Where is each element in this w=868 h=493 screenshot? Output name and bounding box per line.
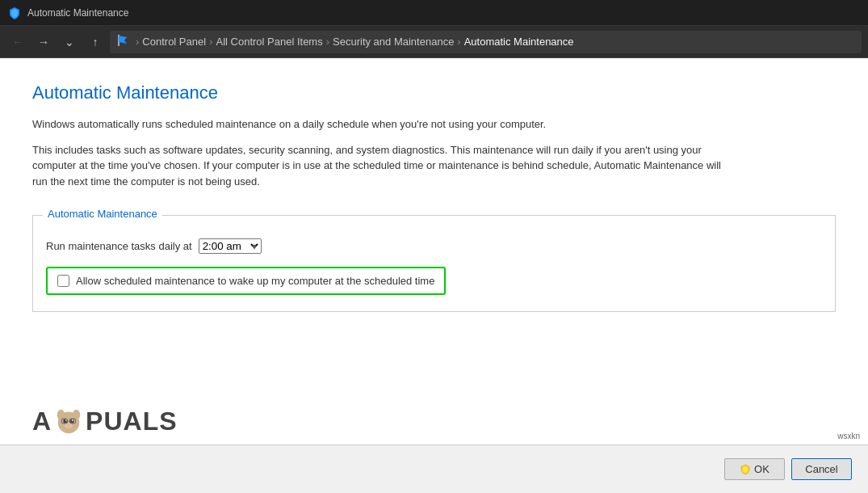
watermark-a: A (32, 407, 52, 436)
watermark-puals: PUALS (86, 407, 177, 436)
title-bar: Automatic Maintenance (0, 0, 868, 26)
path-sep-0: › (136, 36, 139, 48)
breadcrumb-control-panel[interactable]: Control Panel (142, 36, 206, 48)
wake-checkbox-label: Allow scheduled maintenance to wake up m… (76, 275, 434, 287)
address-bar: ← → ⌄ ↑ › Control Panel › All Control Pa… (0, 26, 868, 58)
description-1: Windows automatically runs scheduled mai… (32, 116, 727, 133)
page-title: Automatic Maintenance (32, 82, 836, 103)
back-button[interactable]: ← (6, 31, 29, 53)
path-sep-1: › (209, 36, 212, 48)
automatic-maintenance-section: Automatic Maintenance Run maintenance ta… (32, 215, 836, 312)
wsxkn-watermark: wsxkn (837, 432, 860, 440)
time-select[interactable]: 12:00 am 1:00 am 2:00 am 3:00 am 4:00 am (199, 238, 262, 254)
path-sep-2: › (326, 36, 329, 48)
shield-ok-icon (740, 464, 751, 475)
wake-checkbox[interactable] (57, 275, 69, 287)
recent-button[interactable]: ⌄ (58, 31, 81, 53)
content-panel: Automatic Maintenance Windows automatica… (0, 58, 868, 445)
main-area: Automatic Maintenance Windows automatica… (0, 58, 868, 445)
bottom-bar: OK Cancel (0, 445, 868, 493)
breadcrumb-security[interactable]: Security and Maintenance (333, 36, 454, 48)
breadcrumb-auto-maintenance[interactable]: Automatic Maintenance (464, 36, 574, 48)
run-label: Run maintenance tasks daily at (46, 240, 192, 252)
title-bar-icon (8, 6, 21, 19)
path-sep-3: › (457, 36, 460, 48)
wake-checkbox-row: Allow scheduled maintenance to wake up m… (46, 267, 446, 295)
ok-button[interactable]: OK (724, 458, 785, 480)
time-select-wrapper: 12:00 am 1:00 am 2:00 am 3:00 am 4:00 am (199, 238, 262, 254)
section-legend: Automatic Maintenance (43, 208, 162, 220)
watermark: A PUALS (32, 406, 178, 436)
address-path: › Control Panel › All Control Panel Item… (110, 31, 862, 53)
cancel-button[interactable]: Cancel (791, 458, 852, 480)
svg-point-6 (72, 419, 73, 421)
forward-button[interactable]: → (32, 31, 55, 53)
paws-icon (53, 406, 84, 436)
breadcrumb-all-items[interactable]: All Control Panel Items (216, 36, 322, 48)
description-2: This includes tasks such as software upd… (32, 142, 727, 190)
path-flag-icon (116, 34, 129, 50)
run-maintenance-row: Run maintenance tasks daily at 12:00 am … (46, 238, 822, 254)
section-body: Run maintenance tasks daily at 12:00 am … (33, 222, 835, 311)
title-bar-title: Automatic Maintenance (27, 7, 128, 19)
up-button[interactable]: ↑ (84, 31, 107, 53)
